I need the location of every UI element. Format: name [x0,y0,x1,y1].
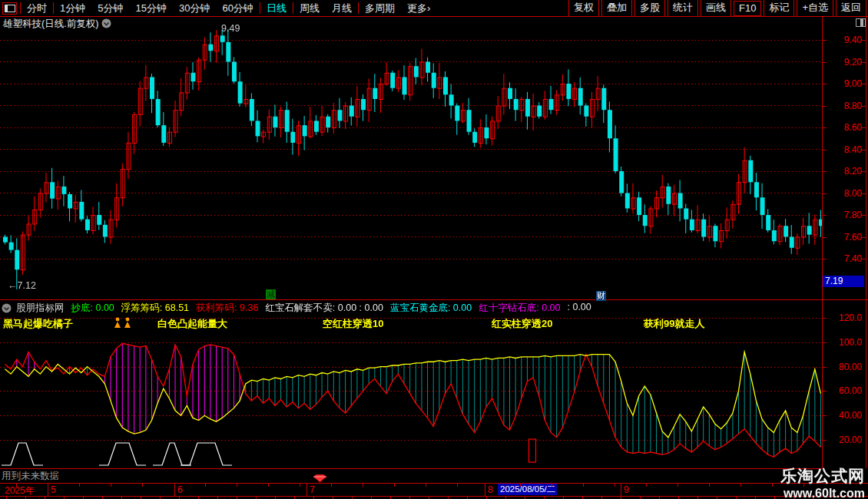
toolbar-button[interactable]: 复权 [568,0,599,17]
indicator-field-value: 9.36 [237,302,259,313]
axis-tick [822,259,827,259]
week-tick [300,484,300,487]
collapse-indicator-icon[interactable] [2,303,12,313]
indicator-annotation: 白色凸起能量大 [157,317,227,331]
event-badge: 减 [266,289,276,299]
toolbar-button[interactable]: 多股 [634,0,665,17]
axis-tick [822,367,827,368]
panel-toggle-icon[interactable] [856,18,866,27]
action-menu: 复权叠加多股统计画线F10标记+自选返回 [568,0,868,17]
toolbar-item[interactable]: 分时 [21,2,53,15]
axis-tick [861,62,866,63]
indicator-field-value: 0.00 [93,302,114,313]
month-tick [621,484,621,496]
toolbar-item[interactable]: 多周期 [359,2,401,15]
axis-tick [822,40,827,41]
chevron-down-icon[interactable] [101,18,111,28]
week-tick [457,484,458,487]
month-tick [174,484,175,496]
indicator-field: : 0.00 [567,302,591,315]
indicator-field: 获利筹码: 9.36 [196,302,258,315]
date-axis[interactable]: 2025年 2025/08/05/二 56789 [0,484,868,496]
toolbar-item[interactable]: 月线 [326,2,358,15]
title-bar: 雄塑科技(日线.前复权) [0,17,868,29]
toolbar-item[interactable]: 15分钟 [129,2,172,15]
toolbar-button[interactable]: 标记 [764,0,794,17]
week-tick [16,484,17,487]
week-tick [394,484,395,487]
axis-tick [822,237,827,238]
axis-tick [861,40,866,41]
toolbar-button[interactable]: F10 [734,1,761,16]
window-split-icon[interactable] [2,2,17,15]
indicator-field-value: : 0.00 [567,302,591,312]
axis-tick [822,84,827,84]
toolbar-item[interactable]: 更多› [401,2,436,15]
axis-tick [861,171,866,172]
price-axis-label: 8.60 [825,122,862,133]
price-axis-label: 8.40 [825,144,862,155]
red-gem-icon [313,474,326,483]
week-tick [583,484,584,487]
indicator-field-label: 获利筹码: [196,302,237,313]
indicator-field-label: 红宝石解套不卖: [265,302,335,313]
axis-tick [861,215,866,216]
month-tick [485,484,485,496]
toolbar-button[interactable]: 画线 [701,0,731,17]
toolbar-button[interactable]: 叠加 [601,0,632,17]
axis-tick [822,193,827,194]
week-tick [237,484,237,487]
indicator-axis-label: 100.0 [825,337,862,348]
future-data-warning: 用到未来数据 [2,470,59,483]
indicator-field-value: 0.00 : 0.00 [335,302,383,313]
indicator-axis-label: 80.00 [825,362,862,372]
high-price-label: 9.49 [221,23,240,34]
month-label: 8 [488,484,493,495]
watermark-site-name: 乐淘公式网 [780,465,865,487]
indicator-field-label: 浮筹筹码: [121,302,162,313]
month-label: 6 [177,484,183,495]
indicator-annotation: 获利99就走人 [644,317,704,331]
week-tick [552,484,552,487]
toolbar-item[interactable]: 5分钟 [91,2,129,15]
price-axis-label: 8.80 [825,101,862,111]
watermark-url: www.60lt.com [780,487,865,499]
indicator-field: 红宝石解套不卖: 0.00 : 0.00 [265,302,383,315]
indicator-field: 抄底: 0.00 [71,302,114,315]
axis-tick [822,171,827,172]
indicator-field-value: 0.00 [539,302,561,313]
indicator-header: 股朋指标网 抄底: 0.00浮筹筹码: 68.51获利筹码: 9.36红宝石解套… [2,301,591,315]
axis-tick [822,150,827,150]
axis-left-border [822,17,823,468]
axis-tick [861,127,866,128]
indicator-axis-label: 60.00 [825,385,862,396]
axis-right-border [866,17,866,468]
week-tick [331,484,332,487]
indicator-axis-label: 40.00 [825,410,862,421]
toolbar-button[interactable]: 返回 [836,0,866,17]
toolbar-item[interactable]: 60分钟 [216,2,259,15]
indicator-field-label: 蓝宝石黄金底: [390,302,450,313]
axis-tick [822,415,827,416]
indicator-field-label: 红十字钻石底: [479,302,538,313]
price-axis-label: 7.80 [825,210,862,220]
month-tick [48,484,48,496]
week-tick [426,484,426,487]
week-tick [205,484,206,487]
price-axis-label: 9.20 [825,57,862,68]
price-axis-label: 9.00 [825,78,862,89]
week-tick [79,484,80,487]
toolbar-button[interactable]: +自选 [797,0,833,17]
toolbar-item[interactable]: 1分钟 [54,2,91,15]
toolbar-item[interactable]: 日线 [260,2,293,15]
toolbar-button[interactable]: 统计 [668,0,698,17]
axis-tick [861,106,866,107]
two-dancers-icon [113,317,134,329]
indicator-chart[interactable] [0,311,822,468]
indicator-field: 红十字钻石底: 0.00 [479,302,560,315]
axis-tick [822,342,827,343]
toolbar-item[interactable]: 30分钟 [173,2,216,15]
candlestick-chart[interactable] [0,29,822,299]
toolbar-item[interactable]: 周线 [293,2,326,15]
last-price-box: 7.19 [823,276,864,287]
